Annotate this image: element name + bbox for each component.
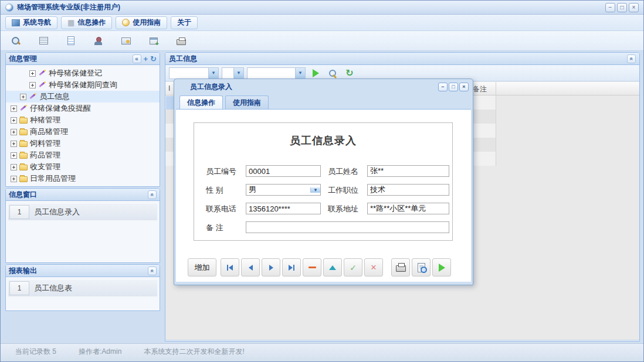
expand-icon[interactable] — [29, 70, 36, 77]
chevron-down-icon[interactable]: ▼ — [233, 68, 243, 78]
print-button-top[interactable] — [172, 33, 191, 49]
document-button[interactable] — [62, 33, 80, 49]
list-item-employee-entry[interactable]: 1 员工信息录入 — [8, 204, 157, 220]
remark-field[interactable] — [246, 221, 449, 233]
play-icon — [313, 69, 319, 77]
tree-item-medicine[interactable]: 药品管理 — [6, 149, 160, 161]
expand-icon[interactable] — [11, 141, 17, 147]
save-record-button[interactable]: ✓ — [344, 258, 362, 276]
edit-search-button[interactable] — [326, 67, 340, 80]
window-close-button[interactable]: × — [629, 3, 639, 12]
search-button[interactable] — [6, 33, 25, 49]
tree-item-employee-info[interactable]: 员工信息 — [6, 91, 160, 103]
grid-header-remark: 备注 — [473, 84, 487, 94]
address-field[interactable] — [367, 203, 449, 214]
filter-select-2[interactable]: ▼ — [222, 67, 244, 79]
grid-column-divider — [496, 82, 496, 166]
list-item-label: 员工信息表 — [34, 283, 72, 293]
employee-info-header: 员工信息 « — [165, 53, 639, 65]
delete-record-button[interactable] — [303, 258, 321, 276]
check-icon: ✓ — [350, 263, 357, 272]
dialog-minimize-button[interactable]: − — [438, 83, 448, 91]
refresh-grid-button[interactable]: ↻ — [343, 67, 357, 80]
panel-title: 信息窗口 — [9, 190, 37, 200]
screen-button[interactable] — [117, 33, 135, 49]
collapse-up-icon[interactable]: « — [627, 54, 636, 63]
emp-name-field[interactable] — [367, 165, 449, 177]
expand-icon[interactable] — [29, 82, 36, 88]
panel-title: 员工信息 — [169, 54, 197, 64]
preview-record-button[interactable] — [412, 258, 431, 276]
emp-no-field[interactable] — [246, 165, 321, 177]
tree-item-breeding-pig[interactable]: 种猪管理 — [6, 114, 160, 126]
dialog-title: 员工信息录入 — [190, 82, 232, 92]
tree-item-sow-health-query[interactable]: 种母猪保健期间查询 — [6, 79, 160, 91]
collapse-up-icon[interactable]: « — [148, 190, 157, 199]
next-record-button[interactable] — [262, 258, 280, 276]
expand-icon[interactable] — [11, 152, 17, 159]
edit-record-button[interactable] — [323, 258, 342, 276]
expand-icon[interactable] — [11, 105, 17, 112]
menu-tab-guide[interactable]: 使用指南 — [116, 16, 167, 29]
run-record-button[interactable] — [432, 258, 451, 276]
collapse-up-icon[interactable]: « — [148, 267, 157, 275]
grid-header-id: I — [168, 84, 170, 93]
window-minimize-button[interactable]: − — [605, 3, 615, 12]
grid-icon: ▦ — [67, 19, 74, 26]
expand-icon[interactable] — [20, 94, 26, 100]
menu-tab-info-ops[interactable]: ▦ 信息操作 — [61, 16, 112, 29]
cancel-record-button[interactable]: ✕ — [364, 258, 383, 276]
refresh-icon[interactable]: ↻ — [150, 54, 157, 63]
tree-item-commercial-pig[interactable]: 商品猪管理 — [6, 126, 160, 138]
dialog-close-button[interactable]: × — [459, 83, 469, 91]
first-record-button[interactable] — [221, 258, 239, 276]
tree-item-piglet-immunity[interactable]: 仔猪保健免疫提醒 — [6, 103, 160, 114]
wand-icon — [19, 104, 28, 112]
window-add-button[interactable] — [144, 33, 163, 49]
filter-select-3[interactable]: ▼ — [247, 67, 306, 79]
menu-tab-system-nav[interactable]: 系统导航 — [5, 16, 57, 29]
tab-guide[interactable]: 使用指南 — [225, 95, 269, 109]
plus-icon[interactable]: + — [144, 54, 148, 63]
chevron-down-icon[interactable]: ▼ — [310, 187, 320, 193]
dialog-titlebar[interactable]: 员工信息录入 − □ × — [176, 79, 471, 94]
info-management-header: 信息管理 « + ↻ — [6, 53, 160, 65]
prev-record-button[interactable] — [241, 258, 260, 276]
window-restore-button[interactable]: □ — [617, 3, 627, 12]
run-query-button[interactable] — [309, 67, 323, 80]
list-item-employee-report[interactable]: 1 员工信息表 — [8, 280, 157, 296]
expand-icon[interactable] — [11, 164, 17, 170]
tree-item-label: 药品管理 — [30, 150, 60, 160]
tree-item-sow-health-register[interactable]: 种母猪保健登记 — [6, 67, 160, 79]
gender-select[interactable]: 男 ▼ — [246, 184, 321, 196]
filter-select-1[interactable]: ▼ — [169, 67, 219, 79]
expand-icon[interactable] — [11, 117, 17, 124]
dialog-maximize-button[interactable]: □ — [449, 83, 458, 91]
expand-icon[interactable] — [11, 129, 17, 135]
chevron-down-icon[interactable]: ▼ — [208, 68, 218, 78]
folder-icon — [19, 153, 28, 159]
collapse-left-icon[interactable]: « — [133, 54, 141, 63]
menu-tab-about[interactable]: 关于 — [171, 16, 198, 29]
select-value — [248, 68, 295, 78]
expand-icon[interactable] — [11, 176, 17, 182]
gender-label: 性 别 — [206, 185, 223, 196]
last-record-button[interactable] — [282, 258, 301, 276]
tree-item-finance[interactable]: 收支管理 — [6, 161, 160, 173]
list-item-number: 1 — [9, 281, 29, 295]
status-bar: 当前记录数 5 操作者:Admin 本系统支持二次开发和全新开发! — [1, 343, 643, 362]
address-label: 联系地址 — [328, 204, 358, 214]
tree-item-label: 种母猪保健登记 — [49, 68, 102, 78]
user-button[interactable] — [89, 33, 108, 49]
chevron-down-icon[interactable]: ▼ — [295, 68, 305, 78]
status-message: 本系统支持二次开发和全新开发! — [144, 347, 244, 357]
add-record-button[interactable]: 增加 — [188, 258, 216, 276]
wand-icon — [38, 69, 46, 77]
print-record-button[interactable] — [391, 258, 410, 276]
tab-info-ops[interactable]: 信息操作 — [179, 95, 223, 109]
phone-field[interactable] — [246, 203, 321, 214]
tree-item-daily-goods[interactable]: 日常用品管理 — [6, 173, 160, 185]
form-button[interactable] — [34, 33, 53, 49]
job-field[interactable] — [367, 184, 449, 196]
tree-item-feed[interactable]: 饲料管理 — [6, 138, 160, 149]
